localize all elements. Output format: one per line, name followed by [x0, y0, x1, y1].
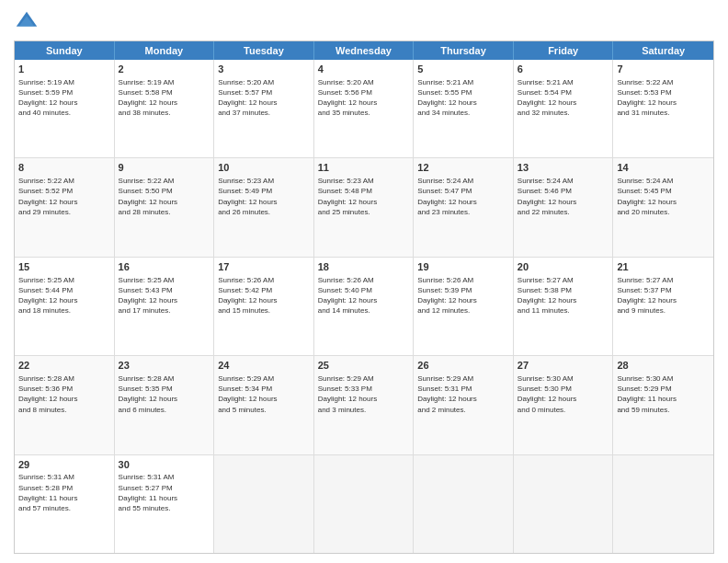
calendar: SundayMondayTuesdayWednesdayThursdayFrid…: [14, 40, 714, 554]
calendar-cell: 30Sunrise: 5:31 AMSunset: 5:27 PMDayligh…: [115, 455, 215, 553]
day-number: 8: [18, 161, 110, 175]
cell-info: Sunrise: 5:23 AMSunset: 5:48 PMDaylight:…: [318, 176, 410, 217]
day-number: 4: [318, 63, 410, 76]
day-number: 11: [318, 161, 410, 175]
day-number: 21: [617, 260, 710, 274]
page: SundayMondayTuesdayWednesdayThursdayFrid…: [0, 0, 728, 563]
day-number: 10: [218, 161, 310, 175]
day-number: 12: [417, 161, 509, 175]
calendar-header: SundayMondayTuesdayWednesdayThursdayFrid…: [15, 41, 713, 60]
day-number: 17: [218, 260, 310, 274]
calendar-cell: 23Sunrise: 5:28 AMSunset: 5:35 PMDayligh…: [115, 356, 215, 454]
day-number: 2: [119, 63, 210, 76]
day-number: 9: [119, 161, 210, 175]
cell-info: Sunrise: 5:24 AMSunset: 5:47 PMDaylight:…: [417, 176, 509, 217]
day-number: 15: [18, 260, 110, 274]
calendar-cell: 9Sunrise: 5:22 AMSunset: 5:50 PMDaylight…: [115, 158, 215, 256]
calendar-cell: 20Sunrise: 5:27 AMSunset: 5:38 PMDayligh…: [514, 258, 614, 355]
day-number: 20: [518, 260, 609, 274]
cell-info: Sunrise: 5:27 AMSunset: 5:38 PMDaylight:…: [518, 275, 609, 316]
cell-info: Sunrise: 5:29 AMSunset: 5:33 PMDaylight:…: [318, 373, 410, 415]
weekday-header: Sunday: [15, 41, 115, 60]
cell-info: Sunrise: 5:20 AMSunset: 5:57 PMDaylight:…: [218, 77, 310, 119]
calendar-row: 15Sunrise: 5:25 AMSunset: 5:44 PMDayligh…: [15, 257, 713, 355]
header: [14, 9, 714, 35]
calendar-cell: 29Sunrise: 5:31 AMSunset: 5:28 PMDayligh…: [15, 455, 115, 553]
day-number: 19: [417, 260, 509, 274]
day-number: 26: [417, 359, 509, 373]
cell-info: Sunrise: 5:25 AMSunset: 5:44 PMDaylight:…: [18, 275, 110, 316]
calendar-cell: 16Sunrise: 5:25 AMSunset: 5:43 PMDayligh…: [115, 258, 215, 355]
cell-info: Sunrise: 5:22 AMSunset: 5:53 PMDaylight:…: [617, 77, 710, 119]
day-number: 13: [518, 161, 609, 175]
calendar-cell: 15Sunrise: 5:25 AMSunset: 5:44 PMDayligh…: [15, 258, 115, 355]
calendar-cell: 4Sunrise: 5:20 AMSunset: 5:56 PMDaylight…: [314, 60, 415, 157]
calendar-cell: 14Sunrise: 5:24 AMSunset: 5:45 PMDayligh…: [613, 158, 713, 256]
calendar-cell: 22Sunrise: 5:28 AMSunset: 5:36 PMDayligh…: [15, 356, 115, 454]
calendar-cell: 5Sunrise: 5:21 AMSunset: 5:55 PMDaylight…: [414, 60, 514, 157]
logo-icon: [14, 9, 40, 35]
day-number: 7: [617, 63, 710, 76]
weekday-header: Saturday: [613, 41, 713, 60]
cell-info: Sunrise: 5:26 AMSunset: 5:40 PMDaylight:…: [318, 275, 410, 316]
calendar-cell: 21Sunrise: 5:27 AMSunset: 5:37 PMDayligh…: [613, 258, 713, 355]
calendar-cell: 18Sunrise: 5:26 AMSunset: 5:40 PMDayligh…: [314, 258, 415, 355]
calendar-cell: 7Sunrise: 5:22 AMSunset: 5:53 PMDaylight…: [613, 60, 713, 157]
calendar-cell: [314, 455, 415, 553]
cell-info: Sunrise: 5:22 AMSunset: 5:52 PMDaylight:…: [18, 176, 110, 217]
day-number: 23: [119, 359, 210, 373]
cell-info: Sunrise: 5:19 AMSunset: 5:58 PMDaylight:…: [119, 77, 210, 119]
calendar-cell: [414, 455, 514, 553]
calendar-row: 22Sunrise: 5:28 AMSunset: 5:36 PMDayligh…: [15, 355, 713, 454]
cell-info: Sunrise: 5:28 AMSunset: 5:35 PMDaylight:…: [119, 373, 210, 415]
cell-info: Sunrise: 5:31 AMSunset: 5:27 PMDaylight:…: [119, 472, 210, 513]
day-number: 28: [617, 359, 710, 373]
day-number: 22: [18, 359, 110, 373]
day-number: 18: [318, 260, 410, 274]
cell-info: Sunrise: 5:22 AMSunset: 5:50 PMDaylight:…: [119, 176, 210, 217]
cell-info: Sunrise: 5:27 AMSunset: 5:37 PMDaylight:…: [617, 275, 710, 316]
calendar-cell: 19Sunrise: 5:26 AMSunset: 5:39 PMDayligh…: [414, 258, 514, 355]
calendar-cell: 12Sunrise: 5:24 AMSunset: 5:47 PMDayligh…: [414, 158, 514, 256]
cell-info: Sunrise: 5:31 AMSunset: 5:28 PMDaylight:…: [18, 472, 110, 513]
day-number: 30: [119, 458, 210, 472]
calendar-row: 8Sunrise: 5:22 AMSunset: 5:52 PMDaylight…: [15, 157, 713, 256]
calendar-body: 1Sunrise: 5:19 AMSunset: 5:59 PMDaylight…: [15, 60, 713, 553]
cell-info: Sunrise: 5:26 AMSunset: 5:42 PMDaylight:…: [218, 275, 310, 316]
calendar-cell: 2Sunrise: 5:19 AMSunset: 5:58 PMDaylight…: [115, 60, 215, 157]
cell-info: Sunrise: 5:23 AMSunset: 5:49 PMDaylight:…: [218, 176, 310, 217]
day-number: 29: [18, 458, 110, 472]
cell-info: Sunrise: 5:29 AMSunset: 5:34 PMDaylight:…: [218, 373, 310, 415]
calendar-cell: 25Sunrise: 5:29 AMSunset: 5:33 PMDayligh…: [314, 356, 415, 454]
cell-info: Sunrise: 5:19 AMSunset: 5:59 PMDaylight:…: [18, 77, 110, 119]
weekday-header: Friday: [514, 41, 614, 60]
day-number: 24: [218, 359, 310, 373]
day-number: 27: [518, 359, 609, 373]
calendar-cell: [613, 455, 713, 553]
day-number: 25: [318, 359, 410, 373]
calendar-cell: [214, 455, 314, 553]
calendar-cell: 13Sunrise: 5:24 AMSunset: 5:46 PMDayligh…: [514, 158, 614, 256]
weekday-header: Wednesday: [314, 41, 415, 60]
weekday-header: Tuesday: [214, 41, 314, 60]
weekday-header: Monday: [115, 41, 215, 60]
cell-info: Sunrise: 5:24 AMSunset: 5:46 PMDaylight:…: [518, 176, 609, 217]
cell-info: Sunrise: 5:26 AMSunset: 5:39 PMDaylight:…: [417, 275, 509, 316]
cell-info: Sunrise: 5:21 AMSunset: 5:54 PMDaylight:…: [518, 77, 609, 119]
calendar-cell: [514, 455, 614, 553]
day-number: 3: [218, 63, 310, 76]
cell-info: Sunrise: 5:28 AMSunset: 5:36 PMDaylight:…: [18, 373, 110, 415]
calendar-row: 1Sunrise: 5:19 AMSunset: 5:59 PMDaylight…: [15, 60, 713, 157]
calendar-cell: 1Sunrise: 5:19 AMSunset: 5:59 PMDaylight…: [15, 60, 115, 157]
cell-info: Sunrise: 5:20 AMSunset: 5:56 PMDaylight:…: [318, 77, 410, 119]
calendar-cell: 11Sunrise: 5:23 AMSunset: 5:48 PMDayligh…: [314, 158, 415, 256]
calendar-cell: 8Sunrise: 5:22 AMSunset: 5:52 PMDaylight…: [15, 158, 115, 256]
weekday-header: Thursday: [414, 41, 514, 60]
cell-info: Sunrise: 5:30 AMSunset: 5:30 PMDaylight:…: [518, 373, 609, 415]
calendar-cell: 27Sunrise: 5:30 AMSunset: 5:30 PMDayligh…: [514, 356, 614, 454]
cell-info: Sunrise: 5:29 AMSunset: 5:31 PMDaylight:…: [417, 373, 509, 415]
day-number: 5: [417, 63, 509, 76]
day-number: 6: [518, 63, 609, 76]
calendar-cell: 3Sunrise: 5:20 AMSunset: 5:57 PMDaylight…: [214, 60, 314, 157]
cell-info: Sunrise: 5:25 AMSunset: 5:43 PMDaylight:…: [119, 275, 210, 316]
